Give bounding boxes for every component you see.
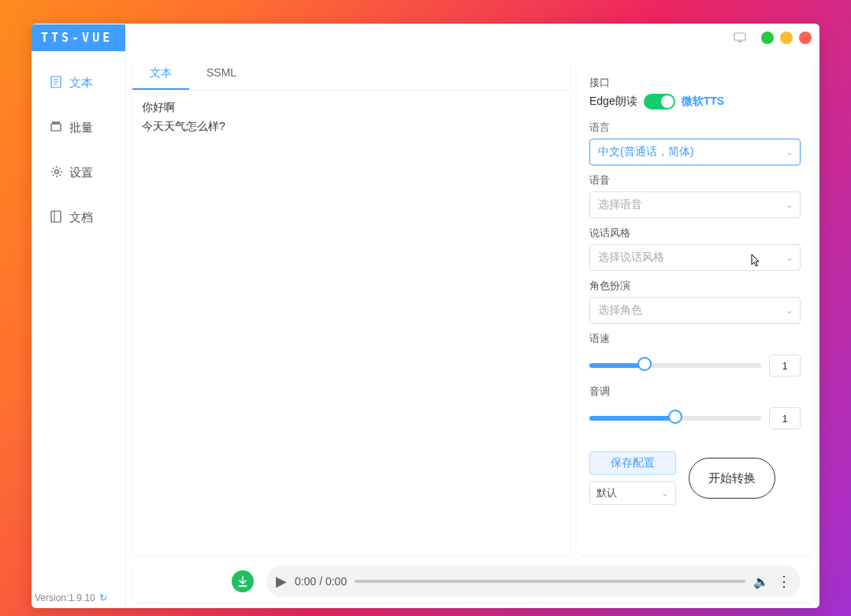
sidebar: 文本 批量 设置 文档 (32, 52, 126, 608)
batch-icon (50, 121, 63, 135)
select-placeholder: 选择语音 (598, 198, 642, 212)
volume-icon[interactable]: 🔈 (753, 574, 769, 589)
speed-value[interactable]: 1 (769, 354, 801, 377)
refresh-icon[interactable]: ↻ (99, 592, 107, 603)
version-prefix: Version: (35, 592, 69, 603)
role-label: 角色扮演 (589, 279, 801, 293)
speed-slider[interactable] (589, 363, 761, 368)
editor-line: 今天天气怎么样? (142, 117, 561, 136)
play-icon[interactable]: ▶ (276, 573, 287, 590)
document-icon (50, 76, 63, 91)
audio-bar: ▶ 0:00 / 0:00 🔈 ⋮ (132, 561, 813, 602)
gear-icon (50, 165, 63, 180)
tab-text[interactable]: 文本 (132, 58, 189, 90)
player-time: 0:00 / 0:00 (295, 575, 347, 588)
chevron-down-icon: ⌄ (786, 252, 793, 263)
svg-rect-6 (51, 124, 61, 131)
player-progress[interactable] (355, 580, 745, 583)
pitch-label: 音调 (589, 384, 801, 399)
microsoft-tts-label: 微软TTS (682, 95, 724, 109)
content: 文本 SSML 你好啊 今天天气怎么样? 接口 Edge朗读 微软TTS (126, 52, 819, 608)
chevron-down-icon: ⌄ (786, 199, 793, 210)
role-select[interactable]: 选择角色 ⌄ (589, 297, 801, 324)
minimize-button[interactable] (761, 32, 774, 44)
select-placeholder: 选择说话风格 (598, 250, 664, 265)
select-value: 中文(普通话，简体) (598, 145, 693, 159)
sidebar-label: 批量 (69, 121, 93, 135)
editor-tabs: 文本 SSML (132, 58, 570, 91)
pitch-slider[interactable] (589, 416, 761, 421)
voice-select[interactable]: 选择语音 ⌄ (589, 191, 801, 218)
book-icon (50, 210, 63, 225)
preset-value: 默认 (596, 486, 617, 500)
app-title: TTS-VUE (32, 24, 125, 51)
bottom-controls: 保存配置 默认 ⌄ 开始转换 (589, 451, 801, 505)
pitch-value[interactable]: 1 (769, 407, 801, 429)
sidebar-label: 设置 (69, 165, 93, 180)
preset-select[interactable]: 默认 ⌄ (589, 481, 676, 505)
pitch-slider-row: 1 (589, 407, 801, 429)
maximize-button[interactable] (780, 32, 793, 44)
titlebar: TTS-VUE (32, 24, 819, 52)
sidebar-label: 文本 (69, 76, 93, 91)
download-button[interactable] (232, 570, 254, 592)
version-label: Version:1.9.10 ↻ (35, 592, 107, 603)
more-icon[interactable]: ⋮ (777, 573, 791, 590)
chevron-down-icon: ⌄ (786, 305, 793, 316)
svg-rect-7 (53, 122, 59, 124)
version-value: 1.9.10 (69, 592, 95, 603)
editor-line: 你好啊 (142, 98, 561, 117)
sidebar-item-batch[interactable]: 批量 (32, 113, 125, 143)
interface-label: 接口 (589, 76, 801, 90)
style-label: 说话风格 (589, 226, 801, 240)
language-label: 语言 (589, 121, 801, 135)
main-row: 文本 批量 设置 文档 (32, 52, 819, 608)
monitor-icon[interactable] (733, 31, 747, 45)
save-config-button[interactable]: 保存配置 (589, 451, 676, 475)
voice-label: 语音 (589, 173, 801, 187)
tab-ssml[interactable]: SSML (189, 58, 254, 90)
style-select[interactable]: 选择说话风格 ⌄ (589, 244, 801, 271)
svg-rect-1 (738, 41, 742, 42)
sidebar-item-docs[interactable]: 文档 (32, 202, 125, 233)
edge-reader-label: Edge朗读 (589, 95, 637, 109)
select-placeholder: 选择角色 (598, 303, 642, 317)
settings-panel: 接口 Edge朗读 微软TTS 语言 中文(普通话，简体) ⌄ 语音 选择语音 (577, 58, 813, 555)
speed-label: 语速 (589, 332, 801, 346)
sidebar-item-text[interactable]: 文本 (32, 68, 125, 98)
interface-toggle[interactable] (644, 94, 675, 109)
interface-row: Edge朗读 微软TTS (589, 94, 801, 109)
audio-player[interactable]: ▶ 0:00 / 0:00 🔈 ⋮ (266, 566, 801, 597)
svg-rect-0 (734, 33, 745, 40)
chevron-down-icon: ⌄ (661, 488, 669, 499)
svg-rect-9 (51, 211, 61, 222)
text-editor[interactable]: 你好啊 今天天气怎么样? (132, 91, 570, 555)
language-select[interactable]: 中文(普通话，简体) ⌄ (589, 139, 801, 165)
chevron-down-icon: ⌄ (786, 147, 793, 158)
sidebar-item-settings[interactable]: 设置 (32, 158, 125, 188)
sidebar-label: 文档 (69, 210, 93, 225)
close-button[interactable] (799, 32, 812, 44)
svg-point-8 (55, 170, 59, 174)
convert-button[interactable]: 开始转换 (689, 458, 775, 499)
speed-slider-row: 1 (589, 354, 801, 377)
app-window: TTS-VUE 文本 批量 (32, 24, 819, 608)
editor-panel: 文本 SSML 你好啊 今天天气怎么样? (132, 58, 570, 555)
